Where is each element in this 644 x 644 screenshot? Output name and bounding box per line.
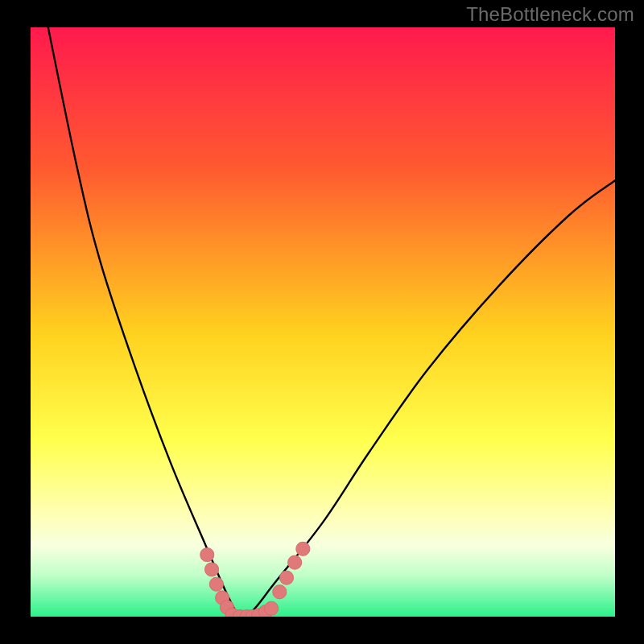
data-point — [265, 601, 279, 615]
chart-svg — [0, 0, 644, 644]
watermark-text: TheBottleneck.com — [466, 3, 634, 26]
data-point — [279, 571, 293, 584]
data-point — [273, 585, 287, 599]
data-point — [209, 577, 223, 591]
data-point — [200, 548, 214, 562]
data-point — [296, 542, 310, 555]
chart-frame: TheBottleneck.com — [0, 0, 644, 644]
plot-area — [31, 27, 615, 617]
data-point — [205, 563, 219, 576]
data-point — [288, 555, 302, 569]
